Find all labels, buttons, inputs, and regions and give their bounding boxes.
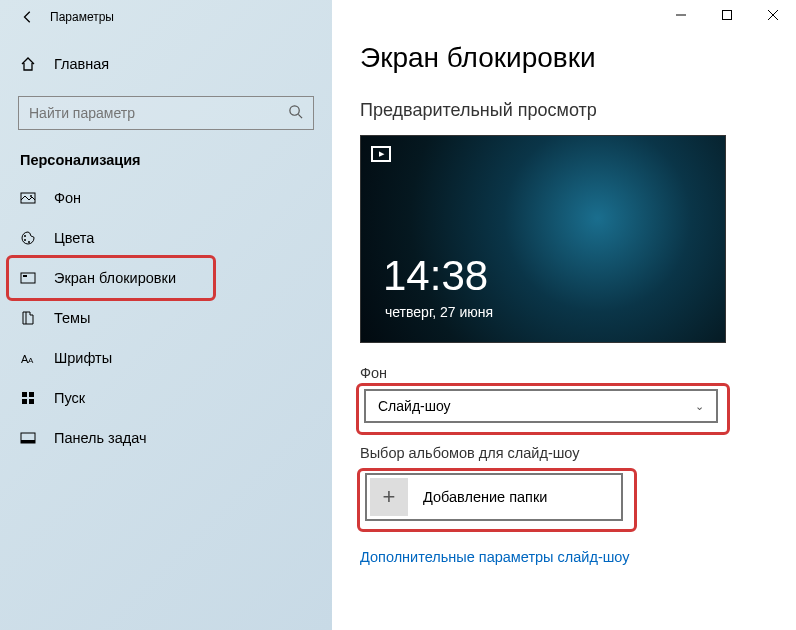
- themes-icon: [20, 310, 36, 326]
- sidebar-item-colors[interactable]: Цвета: [0, 218, 332, 258]
- svg-rect-12: [22, 399, 27, 404]
- svg-rect-15: [21, 440, 35, 443]
- sidebar-home[interactable]: Главная: [0, 46, 332, 82]
- sidebar-item-start[interactable]: Пуск: [0, 378, 332, 418]
- svg-rect-11: [29, 392, 34, 397]
- sidebar-item-themes[interactable]: Темы: [0, 298, 332, 338]
- main-content: Экран блокировки Предварительный просмот…: [332, 0, 796, 630]
- start-icon: [20, 390, 36, 406]
- sidebar-item-label: Темы: [54, 310, 91, 326]
- plus-icon: +: [370, 478, 408, 516]
- search-input[interactable]: [29, 105, 288, 121]
- sidebar-item-label: Фон: [54, 190, 81, 206]
- svg-point-0: [290, 106, 299, 115]
- picture-icon: [20, 190, 36, 206]
- maximize-button[interactable]: [704, 0, 750, 30]
- window-title: Параметры: [50, 10, 114, 24]
- sidebar-item-label: Пуск: [54, 390, 85, 406]
- sidebar-item-taskbar[interactable]: Панель задач: [0, 418, 332, 458]
- svg-point-3: [24, 235, 26, 237]
- lockscreen-icon: [20, 270, 36, 286]
- preview-time: 14:38: [383, 252, 488, 300]
- sidebar-home-label: Главная: [54, 56, 109, 72]
- svg-point-5: [28, 241, 30, 243]
- svg-rect-17: [723, 11, 732, 20]
- lockscreen-preview: 14:38 четверг, 27 июня: [360, 135, 726, 343]
- fonts-icon: AA: [20, 350, 36, 366]
- preview-label: Предварительный просмотр: [360, 100, 768, 121]
- taskbar-icon: [20, 430, 36, 446]
- page-title: Экран блокировки: [360, 42, 768, 74]
- svg-rect-13: [29, 399, 34, 404]
- svg-text:A: A: [28, 356, 34, 365]
- search-box[interactable]: [18, 96, 314, 130]
- sidebar-item-lockscreen[interactable]: Экран блокировки: [0, 258, 332, 298]
- titlebar: Параметры: [0, 0, 332, 34]
- palette-icon: [20, 230, 36, 246]
- home-icon: [20, 56, 36, 72]
- sidebar-item-label: Цвета: [54, 230, 94, 246]
- minimize-button[interactable]: [658, 0, 704, 30]
- preview-date: четверг, 27 июня: [385, 304, 493, 320]
- more-options-link[interactable]: Дополнительные параметры слайд-шоу: [360, 549, 768, 565]
- svg-rect-7: [23, 275, 27, 277]
- back-button[interactable]: [12, 1, 44, 33]
- svg-rect-6: [21, 273, 35, 283]
- close-button[interactable]: [750, 0, 796, 30]
- sidebar-item-label: Панель задач: [54, 430, 147, 446]
- svg-rect-10: [22, 392, 27, 397]
- svg-point-2: [30, 195, 32, 197]
- slideshow-icon: [371, 146, 391, 162]
- background-label: Фон: [360, 365, 768, 381]
- sidebar-category: Персонализация: [0, 138, 332, 178]
- sidebar-item-label: Экран блокировки: [54, 270, 176, 286]
- sidebar-item-fonts[interactable]: AA Шрифты: [0, 338, 332, 378]
- album-label: Выбор альбомов для слайд-шоу: [360, 445, 768, 461]
- background-dropdown[interactable]: Слайд-шоу ⌄: [364, 389, 718, 423]
- sidebar-item-background[interactable]: Фон: [0, 178, 332, 218]
- add-folder-button[interactable]: + Добавление папки: [365, 473, 623, 521]
- chevron-down-icon: ⌄: [695, 400, 704, 413]
- svg-point-4: [24, 239, 26, 241]
- search-icon: [288, 104, 303, 122]
- dropdown-value: Слайд-шоу: [378, 398, 451, 414]
- sidebar-item-label: Шрифты: [54, 350, 112, 366]
- add-folder-label: Добавление папки: [423, 489, 547, 505]
- window-controls: [658, 0, 796, 30]
- sidebar: Параметры Главная Персонализация Фон Цве…: [0, 0, 332, 630]
